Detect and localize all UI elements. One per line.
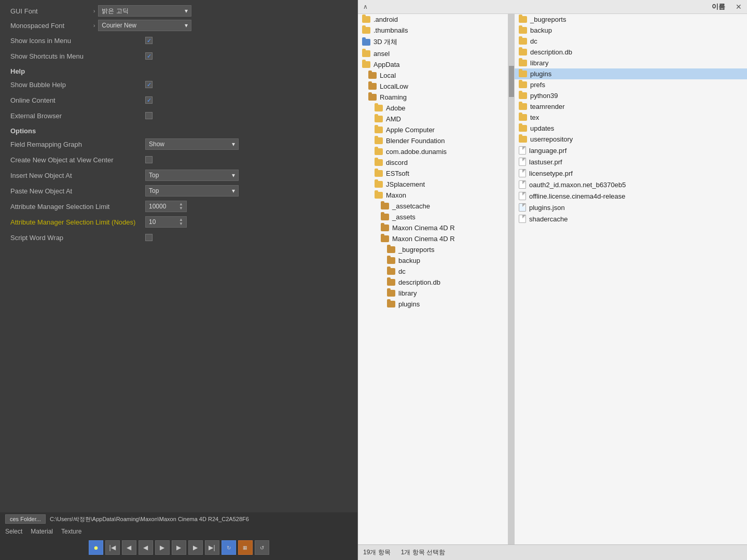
list-item[interactable]: prefs: [515, 79, 747, 90]
list-item[interactable]: dc: [515, 36, 747, 47]
folder-icon: [387, 268, 395, 275]
list-item[interactable]: dc: [358, 266, 508, 277]
list-item[interactable]: description.db: [515, 47, 747, 58]
list-item[interactable]: .thumbnails: [358, 25, 508, 36]
show-icons-checkbox[interactable]: [145, 37, 153, 44]
menu-texture[interactable]: Texture: [61, 528, 81, 535]
list-item[interactable]: ansel: [358, 48, 508, 59]
list-item[interactable]: language.prf: [515, 145, 747, 156]
online-content-checkbox[interactable]: [145, 96, 153, 104]
insert-new-object-dropdown[interactable]: Top ▾: [145, 170, 239, 181]
list-item[interactable]: updates: [515, 123, 747, 134]
folder-icon: [381, 203, 389, 209]
list-item-selected[interactable]: plugins: [515, 68, 747, 79]
column-header-name: 이름: [712, 2, 725, 11]
list-item[interactable]: JSplacement: [358, 179, 508, 190]
list-item[interactable]: 3D 개체: [358, 36, 508, 48]
list-item[interactable]: ESTsoft: [358, 168, 508, 179]
list-item[interactable]: description.db: [358, 277, 508, 288]
folder-icon: [519, 38, 527, 45]
list-item[interactable]: Adobe: [358, 103, 508, 114]
list-item[interactable]: AppData: [358, 59, 508, 70]
bottom-menu-bar: Select Material Texture: [5, 526, 352, 537]
list-item[interactable]: Maxon: [358, 190, 508, 201]
list-item[interactable]: .android: [358, 14, 508, 25]
field-remapping-dropdown[interactable]: Show ▾: [145, 138, 239, 150]
list-item[interactable]: Local: [358, 70, 508, 81]
external-browser-checkbox[interactable]: [145, 112, 153, 119]
transport-loop-btn[interactable]: ↻: [222, 540, 236, 555]
show-shortcuts-checkbox[interactable]: [145, 52, 153, 60]
menu-select[interactable]: Select: [5, 528, 22, 535]
list-item[interactable]: backup: [515, 25, 747, 36]
file-name: oauth2_id.maxon.net_b6370eb5: [529, 181, 626, 189]
folder-icon: [519, 71, 527, 77]
file-name: ansel: [374, 50, 390, 58]
list-item[interactable]: _bugreports: [515, 14, 747, 25]
list-item[interactable]: _bugreports: [358, 244, 508, 255]
show-shortcuts-row: Show Shortcuts in Menu: [10, 50, 347, 62]
attr-manager-nodes-spinner[interactable]: ▲ ▼: [179, 218, 183, 226]
list-item[interactable]: Apple Computer: [358, 124, 508, 135]
file-name: _bugreports: [398, 246, 434, 254]
file-icon: [519, 180, 526, 189]
transport-mode-btn[interactable]: ▦: [238, 540, 253, 555]
list-item[interactable]: Roaming: [358, 92, 508, 103]
close-icon[interactable]: ✕: [736, 3, 742, 11]
list-item[interactable]: userrepository: [515, 134, 747, 145]
list-item[interactable]: shadercache: [515, 213, 747, 225]
transport-play-btn[interactable]: ▶: [155, 540, 170, 555]
list-item[interactable]: offline.license.cinema4d-release: [515, 190, 747, 202]
list-item[interactable]: Maxon Cinema 4D R: [358, 222, 508, 233]
show-bubble-row: Show Bubble Help: [10, 78, 347, 91]
transport-bar: ⏺ |◀ ◀ ◀ ▶ ▶ ▶: [5, 537, 352, 558]
list-item[interactable]: AMD: [358, 114, 508, 124]
menu-material[interactable]: Material: [31, 528, 53, 535]
list-item[interactable]: library: [358, 288, 508, 299]
list-item[interactable]: Maxon Cinema 4D R: [358, 233, 508, 244]
scrollbar-thumb[interactable]: [509, 66, 514, 97]
attr-manager-limit-label: Attribute Manager Selection Limit: [10, 203, 145, 211]
list-item[interactable]: plugins: [358, 299, 508, 310]
list-item[interactable]: plugins.json: [515, 202, 747, 213]
list-item[interactable]: com.adobe.dunamis: [358, 146, 508, 157]
list-item[interactable]: backup: [358, 255, 508, 266]
list-item[interactable]: discord: [358, 157, 508, 168]
transport-skip-start-btn[interactable]: |◀: [105, 540, 120, 555]
transport-record-btn[interactable]: ⏺: [89, 540, 103, 555]
transport-next-frame-btn[interactable]: ▶: [188, 540, 203, 555]
show-bubble-checkbox[interactable]: [145, 81, 153, 88]
transport-prev-frame-btn[interactable]: ◀: [122, 540, 136, 555]
spinner-down-icon[interactable]: ▼: [179, 206, 183, 211]
monospaced-font-dropdown[interactable]: Courier New ▾: [98, 20, 191, 31]
help-section-header: Help: [10, 67, 347, 75]
transport-skip-end-btn[interactable]: ▶|: [205, 540, 219, 555]
list-item[interactable]: LocalLow: [358, 81, 508, 92]
list-item[interactable]: library: [515, 58, 747, 68]
settings-content: GUI Font › 밝은 고딕 ▾ Monospaced Font › Cou…: [0, 0, 357, 512]
transport-extra-btn[interactable]: ↺: [255, 540, 269, 555]
list-item[interactable]: lastuser.prf: [515, 156, 747, 167]
paste-new-object-dropdown[interactable]: Top ▾: [145, 185, 239, 197]
transport-prev-btn[interactable]: ◀: [139, 540, 153, 555]
transport-next-btn[interactable]: ▶: [172, 540, 186, 555]
nodes-spinner-down-icon[interactable]: ▼: [179, 222, 183, 226]
create-new-object-checkbox[interactable]: [145, 156, 153, 163]
list-item[interactable]: Blender Foundation: [358, 135, 508, 146]
gui-font-dropdown[interactable]: 밝은 고딕 ▾: [98, 5, 191, 17]
path-button[interactable]: ces Folder...: [5, 514, 46, 524]
list-item[interactable]: python39: [515, 90, 747, 101]
list-item[interactable]: _assetcache: [358, 201, 508, 212]
list-item[interactable]: licensetype.prf: [515, 167, 747, 179]
gui-font-value: 밝은 고딕: [102, 7, 128, 16]
list-item[interactable]: oauth2_id.maxon.net_b6370eb5: [515, 179, 747, 190]
list-item[interactable]: _assets: [358, 212, 508, 222]
attr-manager-nodes-input[interactable]: 10 ▲ ▼: [145, 216, 187, 228]
attr-manager-limit-input[interactable]: 10000 ▲ ▼: [145, 201, 187, 212]
script-word-wrap-checkbox[interactable]: [145, 234, 153, 241]
middle-scrollbar[interactable]: [508, 14, 515, 544]
folder-icon: [519, 136, 527, 143]
list-item[interactable]: tex: [515, 112, 747, 123]
list-item[interactable]: teamrender: [515, 101, 747, 112]
attr-manager-limit-spinner[interactable]: ▲ ▼: [179, 202, 183, 211]
